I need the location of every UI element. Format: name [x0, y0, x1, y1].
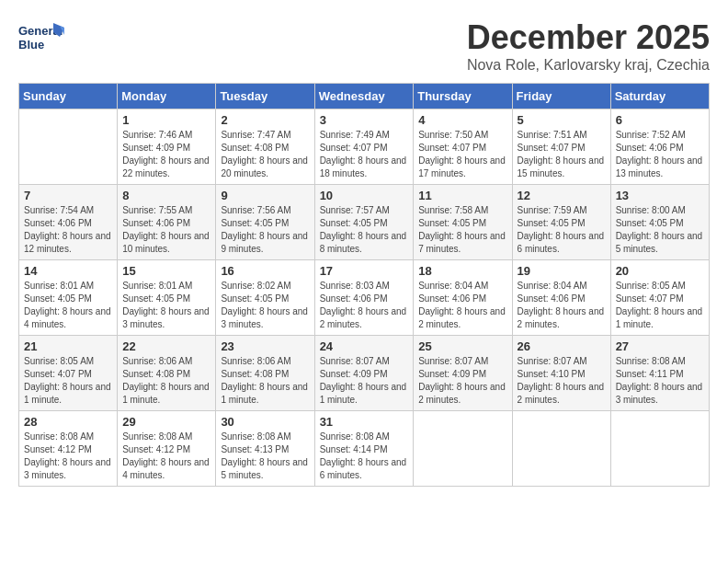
day-number: 22 — [122, 339, 210, 353]
calendar-header-wednesday: Wednesday — [314, 84, 414, 109]
day-info: Sunrise: 8:00 AMSunset: 4:05 PMDaylight:… — [616, 204, 704, 256]
day-number: 8 — [122, 189, 210, 202]
calendar-cell: 28Sunrise: 8:08 AMSunset: 4:12 PMDayligh… — [19, 411, 118, 487]
calendar-cell: 4Sunrise: 7:50 AMSunset: 4:07 PMDaylight… — [414, 109, 512, 185]
day-info: Sunrise: 7:49 AMSunset: 4:07 PMDaylight:… — [320, 129, 409, 180]
day-info: Sunrise: 8:01 AMSunset: 4:05 PMDaylight:… — [24, 280, 112, 331]
calendar-cell — [19, 109, 118, 185]
day-number: 27 — [616, 339, 704, 353]
calendar-cell: 10Sunrise: 7:57 AMSunset: 4:05 PMDayligh… — [314, 185, 414, 260]
calendar-cell: 6Sunrise: 7:52 AMSunset: 4:06 PMDaylight… — [610, 109, 709, 185]
calendar-cell: 3Sunrise: 7:49 AMSunset: 4:07 PMDaylight… — [314, 109, 414, 185]
svg-text:Blue: Blue — [18, 38, 44, 52]
day-info: Sunrise: 8:07 AMSunset: 4:10 PMDaylight:… — [518, 355, 606, 407]
location: Nova Role, Karlovarsky kraj, Czechia — [467, 57, 710, 74]
calendar-week-row: 7Sunrise: 7:54 AMSunset: 4:06 PMDaylight… — [19, 185, 710, 260]
day-info: Sunrise: 7:59 AMSunset: 4:05 PMDaylight:… — [518, 204, 606, 256]
day-number: 9 — [221, 189, 309, 202]
day-number: 18 — [418, 264, 506, 278]
day-info: Sunrise: 7:57 AMSunset: 4:05 PMDaylight:… — [320, 204, 409, 256]
title-block: December 2025 Nova Role, Karlovarsky kra… — [467, 18, 710, 74]
calendar-cell: 26Sunrise: 8:07 AMSunset: 4:10 PMDayligh… — [512, 336, 610, 411]
calendar-header-thursday: Thursday — [414, 84, 512, 109]
calendar-cell: 22Sunrise: 8:06 AMSunset: 4:08 PMDayligh… — [118, 336, 216, 411]
day-info: Sunrise: 8:07 AMSunset: 4:09 PMDaylight:… — [320, 355, 409, 407]
calendar-cell: 7Sunrise: 7:54 AMSunset: 4:06 PMDaylight… — [19, 185, 118, 260]
day-number: 20 — [616, 264, 704, 278]
calendar-cell: 1Sunrise: 7:46 AMSunset: 4:09 PMDaylight… — [118, 109, 216, 185]
day-number: 21 — [24, 339, 112, 353]
calendar-cell: 30Sunrise: 8:08 AMSunset: 4:13 PMDayligh… — [216, 411, 314, 487]
day-number: 28 — [24, 415, 112, 429]
day-number: 11 — [418, 189, 506, 202]
day-info: Sunrise: 8:08 AMSunset: 4:12 PMDaylight:… — [24, 431, 112, 482]
calendar-cell: 24Sunrise: 8:07 AMSunset: 4:09 PMDayligh… — [314, 336, 414, 411]
logo: General Blue — [18, 18, 68, 55]
calendar-cell: 18Sunrise: 8:04 AMSunset: 4:06 PMDayligh… — [414, 260, 512, 336]
calendar-cell — [414, 411, 512, 487]
day-number: 25 — [418, 339, 506, 353]
calendar-cell: 13Sunrise: 8:00 AMSunset: 4:05 PMDayligh… — [610, 185, 709, 260]
calendar-cell: 12Sunrise: 7:59 AMSunset: 4:05 PMDayligh… — [512, 185, 610, 260]
calendar-cell: 5Sunrise: 7:51 AMSunset: 4:07 PMDaylight… — [512, 109, 610, 185]
day-number: 5 — [518, 113, 606, 127]
calendar-header-sunday: Sunday — [19, 84, 118, 109]
calendar-week-row: 14Sunrise: 8:01 AMSunset: 4:05 PMDayligh… — [19, 260, 710, 336]
calendar-cell: 23Sunrise: 8:06 AMSunset: 4:08 PMDayligh… — [216, 336, 314, 411]
day-info: Sunrise: 8:04 AMSunset: 4:06 PMDaylight:… — [418, 280, 506, 331]
day-number: 30 — [221, 415, 309, 429]
day-number: 24 — [320, 339, 409, 353]
day-info: Sunrise: 8:04 AMSunset: 4:06 PMDaylight:… — [518, 280, 606, 331]
day-number: 6 — [616, 113, 704, 127]
day-info: Sunrise: 8:06 AMSunset: 4:08 PMDaylight:… — [122, 355, 210, 407]
day-info: Sunrise: 8:02 AMSunset: 4:05 PMDaylight:… — [221, 280, 309, 331]
day-info: Sunrise: 7:54 AMSunset: 4:06 PMDaylight:… — [24, 204, 112, 256]
calendar-cell: 8Sunrise: 7:55 AMSunset: 4:06 PMDaylight… — [118, 185, 216, 260]
day-info: Sunrise: 7:55 AMSunset: 4:06 PMDaylight:… — [122, 204, 210, 256]
calendar-cell: 25Sunrise: 8:07 AMSunset: 4:09 PMDayligh… — [414, 336, 512, 411]
calendar-cell: 19Sunrise: 8:04 AMSunset: 4:06 PMDayligh… — [512, 260, 610, 336]
day-info: Sunrise: 8:05 AMSunset: 4:07 PMDaylight:… — [24, 355, 112, 407]
day-number: 16 — [221, 264, 309, 278]
calendar-cell: 31Sunrise: 8:08 AMSunset: 4:14 PMDayligh… — [314, 411, 414, 487]
calendar-header-saturday: Saturday — [610, 84, 709, 109]
calendar-cell: 14Sunrise: 8:01 AMSunset: 4:05 PMDayligh… — [19, 260, 118, 336]
day-number: 12 — [518, 189, 606, 202]
day-info: Sunrise: 7:50 AMSunset: 4:07 PMDaylight:… — [418, 129, 506, 180]
day-number: 26 — [518, 339, 606, 353]
day-number: 31 — [320, 415, 409, 429]
day-info: Sunrise: 7:51 AMSunset: 4:07 PMDaylight:… — [518, 129, 606, 180]
day-info: Sunrise: 8:05 AMSunset: 4:07 PMDaylight:… — [616, 280, 704, 331]
day-number: 4 — [418, 113, 506, 127]
calendar-cell: 2Sunrise: 7:47 AMSunset: 4:08 PMDaylight… — [216, 109, 314, 185]
calendar-table: SundayMondayTuesdayWednesdayThursdayFrid… — [18, 83, 710, 487]
day-number: 1 — [122, 113, 210, 127]
calendar-header-friday: Friday — [512, 84, 610, 109]
calendar-cell: 11Sunrise: 7:58 AMSunset: 4:05 PMDayligh… — [414, 185, 512, 260]
calendar-cell: 15Sunrise: 8:01 AMSunset: 4:05 PMDayligh… — [118, 260, 216, 336]
calendar-week-row: 1Sunrise: 7:46 AMSunset: 4:09 PMDaylight… — [19, 109, 710, 185]
day-number: 2 — [221, 113, 309, 127]
calendar-cell: 20Sunrise: 8:05 AMSunset: 4:07 PMDayligh… — [610, 260, 709, 336]
calendar-header-monday: Monday — [118, 84, 216, 109]
calendar-cell: 21Sunrise: 8:05 AMSunset: 4:07 PMDayligh… — [19, 336, 118, 411]
calendar-cell: 27Sunrise: 8:08 AMSunset: 4:11 PMDayligh… — [610, 336, 709, 411]
day-info: Sunrise: 8:01 AMSunset: 4:05 PMDaylight:… — [122, 280, 210, 331]
day-number: 10 — [320, 189, 409, 202]
calendar-cell: 29Sunrise: 8:08 AMSunset: 4:12 PMDayligh… — [118, 411, 216, 487]
calendar-cell: 17Sunrise: 8:03 AMSunset: 4:06 PMDayligh… — [314, 260, 414, 336]
calendar-cell: 9Sunrise: 7:56 AMSunset: 4:05 PMDaylight… — [216, 185, 314, 260]
day-info: Sunrise: 8:08 AMSunset: 4:13 PMDaylight:… — [221, 431, 309, 482]
day-info: Sunrise: 7:46 AMSunset: 4:09 PMDaylight:… — [122, 129, 210, 180]
calendar-header-tuesday: Tuesday — [216, 84, 314, 109]
logo-icon: General Blue — [18, 18, 64, 55]
calendar-cell — [610, 411, 709, 487]
calendar-cell: 16Sunrise: 8:02 AMSunset: 4:05 PMDayligh… — [216, 260, 314, 336]
calendar-cell — [512, 411, 610, 487]
day-info: Sunrise: 8:07 AMSunset: 4:09 PMDaylight:… — [418, 355, 506, 407]
day-info: Sunrise: 8:08 AMSunset: 4:12 PMDaylight:… — [122, 431, 210, 482]
day-number: 17 — [320, 264, 409, 278]
day-number: 13 — [616, 189, 704, 202]
day-number: 23 — [221, 339, 309, 353]
day-info: Sunrise: 7:47 AMSunset: 4:08 PMDaylight:… — [221, 129, 309, 180]
